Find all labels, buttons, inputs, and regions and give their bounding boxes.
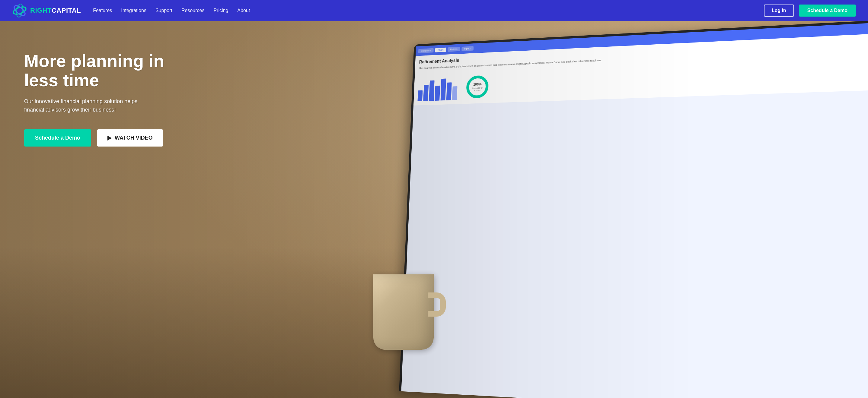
nav-link-about[interactable]: About <box>237 8 250 13</box>
nav-link-resources[interactable]: Resources <box>181 8 204 13</box>
login-button[interactable]: Log in <box>764 4 794 16</box>
nav-item-features[interactable]: Features <box>93 8 112 13</box>
navbar: RIGHTCAPITAL Features Integrations Suppo… <box>0 0 868 21</box>
nav-item-pricing[interactable]: Pricing <box>213 8 228 13</box>
nav-link-support[interactable]: Support <box>155 8 172 13</box>
watch-video-button[interactable]: WATCH VIDEO <box>97 129 163 146</box>
logo-icon <box>12 3 27 18</box>
hero-buttons: Schedule a Demo WATCH VIDEO <box>24 129 187 146</box>
logo-text: RIGHTCAPITAL <box>30 7 81 14</box>
nav-link-pricing[interactable]: Pricing <box>213 8 228 13</box>
nav-item-integrations[interactable]: Integrations <box>121 8 146 13</box>
nav-item-support[interactable]: Support <box>155 8 172 13</box>
hero-subtitle: Our innovative financial planning soluti… <box>24 97 187 114</box>
navbar-right: Log in Schedule a Demo <box>764 4 856 16</box>
hero-title: More planning in less time <box>24 51 187 90</box>
nav-link-integrations[interactable]: Integrations <box>121 8 146 13</box>
hero-content: More planning in less time Our innovativ… <box>0 21 211 177</box>
nav-item-resources[interactable]: Resources <box>181 8 204 13</box>
watch-video-label: WATCH VIDEO <box>115 135 153 141</box>
nav-link-features[interactable]: Features <box>93 8 112 13</box>
nav-item-about[interactable]: About <box>237 8 250 13</box>
nav-links: Features Integrations Support Resources … <box>93 8 250 13</box>
navbar-left: RIGHTCAPITAL Features Integrations Suppo… <box>12 3 250 18</box>
hero-section: Summary Chart Details Inputs Retirement … <box>0 21 868 398</box>
logo[interactable]: RIGHTCAPITAL <box>12 3 81 18</box>
schedule-demo-nav-button[interactable]: Schedule a Demo <box>799 4 856 16</box>
play-icon <box>107 136 112 140</box>
schedule-demo-hero-button[interactable]: Schedule a Demo <box>24 129 91 146</box>
